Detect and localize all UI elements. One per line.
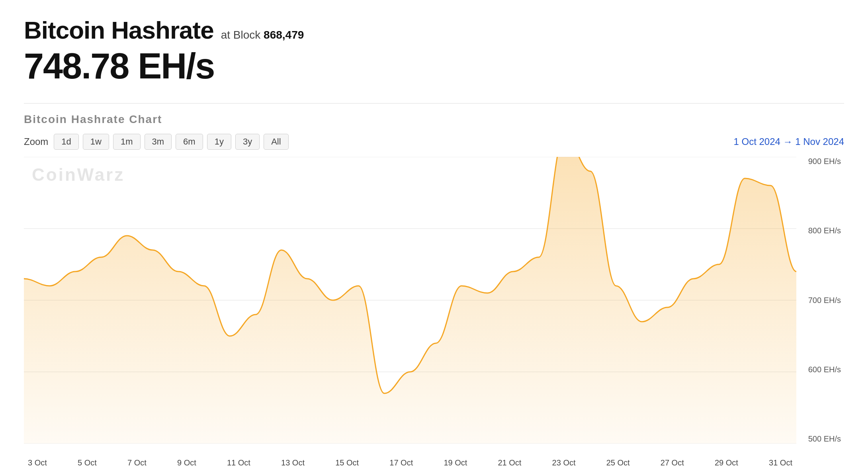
y-label-900: 900 EH/s [808,157,841,166]
y-label-500: 500 EH/s [808,434,841,444]
page-container: Bitcoin Hashrate at Block 868,479 748.78… [0,0,868,467]
chart-wrapper: CoinWarz [24,157,844,467]
x-label-9oct: 9 Oct [177,458,196,467]
x-label-23oct: 23 Oct [552,458,576,467]
zoom-all[interactable]: All [264,134,288,150]
chart-section-title: Bitcoin Hashrate Chart [24,113,844,126]
x-label-31oct: 31 Oct [769,458,792,467]
x-label-21oct: 21 Oct [498,458,521,467]
zoom-1y[interactable]: 1y [207,134,231,150]
x-label-25oct: 25 Oct [606,458,630,467]
x-axis-labels: 3 Oct 5 Oct 7 Oct 9 Oct 11 Oct 13 Oct 15… [24,444,796,467]
x-label-13oct: 13 Oct [281,458,305,467]
zoom-controls: Zoom 1d 1w 1m 3m 6m 1y 3y All [24,134,289,150]
x-label-19oct: 19 Oct [444,458,467,467]
date-range: 1 Oct 2024 → 1 Nov 2024 [734,136,845,147]
block-label: at Block 868,479 [221,29,304,41]
chart-svg-container [24,157,796,444]
y-label-600: 600 EH/s [808,365,841,374]
zoom-3y[interactable]: 3y [235,134,260,150]
x-label-3oct: 3 Oct [28,458,47,467]
x-label-5oct: 5 Oct [78,458,97,467]
zoom-1m[interactable]: 1m [113,134,141,150]
zoom-3m[interactable]: 3m [145,134,172,150]
header-section: Bitcoin Hashrate at Block 868,479 748.78… [24,16,844,99]
x-label-17oct: 17 Oct [389,458,413,467]
zoom-1w[interactable]: 1w [83,134,109,150]
y-axis-labels: 900 EH/s 800 EH/s 700 EH/s 600 EH/s 500 … [796,157,844,444]
zoom-1d[interactable]: 1d [54,134,78,150]
header-divider [24,103,844,104]
block-number: 868,479 [264,29,304,41]
x-label-27oct: 27 Oct [661,458,684,467]
chart-svg [24,157,796,444]
zoom-6m[interactable]: 6m [176,134,203,150]
y-label-800: 800 EH/s [808,226,841,235]
x-label-11oct: 11 Oct [227,458,250,467]
x-label-15oct: 15 Oct [335,458,359,467]
title-row: Bitcoin Hashrate at Block 868,479 [24,16,844,44]
hashrate-value: 748.78 EH/s [24,48,844,84]
zoom-label: Zoom [24,136,48,147]
x-label-29oct: 29 Oct [715,458,738,467]
x-label-7oct: 7 Oct [127,458,147,467]
zoom-bar: Zoom 1d 1w 1m 3m 6m 1y 3y All 1 Oct 2024… [24,134,844,150]
page-title: Bitcoin Hashrate [24,16,214,44]
y-label-700: 700 EH/s [808,296,841,305]
